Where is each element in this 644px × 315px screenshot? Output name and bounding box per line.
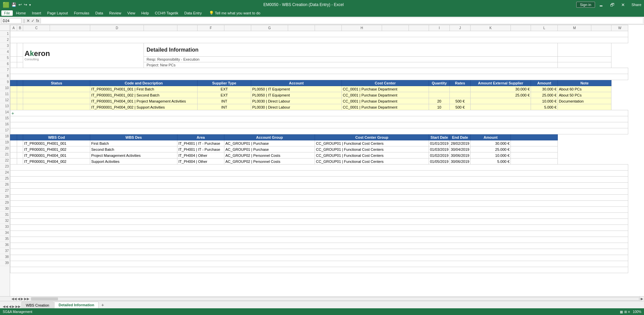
add-sheet-button[interactable]: +: [99, 302, 106, 308]
t1-note-2[interactable]: Documentation: [558, 98, 611, 104]
table2-data-row-3[interactable]: IT_PR00001_PH004_002Support ActivitiesIT…: [10, 159, 628, 165]
t1-cost-center-2[interactable]: CC_0001 | Purchase Department: [342, 98, 429, 104]
t2-end-2[interactable]: [511, 152, 558, 159]
table2-data-row-1[interactable]: IT_PR00001_PH001_002Second BatchIT_PH001…: [10, 146, 628, 152]
t1-amount-2[interactable]: 10.000 €: [531, 98, 558, 104]
t2-amount-2[interactable]: 10.000 €: [471, 152, 511, 159]
cell-a-row11[interactable]: [10, 98, 17, 104]
t2-end-3[interactable]: [511, 159, 558, 165]
t1-status-0[interactable]: [23, 86, 90, 92]
t1-amount-ext-1[interactable]: 25.000 €: [471, 92, 531, 98]
t1-note-3[interactable]: [558, 104, 611, 110]
tab-home[interactable]: Home: [13, 10, 29, 16]
t1-status-3[interactable]: [23, 104, 90, 110]
t1-quantity-2[interactable]: 20: [429, 98, 450, 104]
t2-b-row18[interactable]: [17, 140, 23, 146]
t2-a-row18[interactable]: [10, 140, 17, 146]
insert-function-icon[interactable]: fx: [36, 18, 39, 23]
table-row[interactable]: [10, 31, 628, 37]
t1-cost-center-3[interactable]: CC_0001 | Purchase Department: [342, 104, 429, 110]
t1-account-0[interactable]: PL0050 | IT Equipment: [251, 86, 342, 92]
t1-quantity-1[interactable]: [429, 92, 450, 98]
t2-amount-1[interactable]: 25.000 €: [471, 146, 511, 152]
cell-a-row10[interactable]: [10, 92, 17, 98]
t2-cost-center-group-2[interactable]: CC_GROUP01 | Functional Cost Centers: [315, 152, 429, 159]
table1-data-row-2[interactable]: IT_PR00001_PH004_001 | Project Managemen…: [10, 98, 628, 104]
t2-cost-center-group-0[interactable]: CC_GROUP01 | Functional Cost Centers: [315, 140, 429, 146]
t1-note-0[interactable]: About 60 PCs: [558, 86, 611, 92]
tab-nav-first[interactable]: ◀◀: [3, 305, 8, 308]
restore-button[interactable]: 🗗: [607, 2, 617, 7]
add-row-btn[interactable]: +: [10, 110, 628, 116]
tab-data-entry[interactable]: Data Entry: [181, 10, 204, 16]
t2-account-group-3[interactable]: AC_GROUP02 | Personnel Costs: [224, 159, 315, 165]
t2-a-row19[interactable]: [10, 146, 17, 152]
tab-view[interactable]: View: [125, 10, 138, 16]
t2-b-row21[interactable]: [17, 159, 23, 165]
t2-end-0[interactable]: [511, 140, 558, 146]
t1-rates-2[interactable]: 500 €: [450, 98, 471, 104]
cell-b-row9[interactable]: [17, 86, 23, 92]
t2-area-0[interactable]: IT_PH001 | IT - Purchase: [177, 140, 224, 146]
t2-end-date-0[interactable]: 28/02/2019: [450, 140, 471, 146]
t2-wbs-cod-0[interactable]: IT_PR00001_PH001_001: [23, 140, 90, 146]
grid-area[interactable]: ABCDFGHIJKLMW AkeronConsultingDetailed I…: [10, 25, 644, 296]
t2-cost-center-group-1[interactable]: CC_GROUP01 | Functional Cost Centers: [315, 146, 429, 152]
add-row-button-row[interactable]: +: [10, 110, 628, 116]
table2-data-row-0[interactable]: IT_PR00001_PH001_001First BatchIT_PH001 …: [10, 140, 628, 146]
t1-rates-0[interactable]: [450, 86, 471, 92]
tell-me-text[interactable]: Tell me what you want to do: [215, 11, 260, 15]
t1-note-1[interactable]: About 50 PCs: [558, 92, 611, 98]
t1-code-0[interactable]: IT_PR00001_PH001_001 | First Batch: [90, 86, 198, 92]
save-icon[interactable]: 💾: [11, 2, 16, 7]
t2-account-group-1[interactable]: AC_GROUP01 | Purchase: [224, 146, 315, 152]
tab-page-layout[interactable]: Page Layout: [45, 10, 71, 16]
t1-supplier-0[interactable]: EXT: [198, 86, 251, 92]
t2-start-date-1[interactable]: 01/03/2019: [429, 146, 450, 152]
confirm-formula-icon[interactable]: ✓: [31, 18, 35, 23]
t2-wbs-des-0[interactable]: First Batch: [90, 140, 177, 146]
tab-formulas[interactable]: Formulas: [71, 10, 92, 16]
t1-amount-ext-2[interactable]: [471, 98, 531, 104]
t1-supplier-1[interactable]: EXT: [198, 92, 251, 98]
tab-insert[interactable]: Insert: [29, 10, 44, 16]
formula-input[interactable]: [41, 18, 643, 23]
t1-cost-center-1[interactable]: CC_0001 | Purchase Department: [342, 92, 429, 98]
t1-rates-3[interactable]: 500 €: [450, 104, 471, 110]
cell-b-row11[interactable]: [17, 98, 23, 104]
page-break-icon[interactable]: ≡: [628, 310, 630, 314]
scroll-nav-left[interactable]: ◀◀ ◀ ▶ ▶▶: [11, 297, 30, 301]
t1-code-1[interactable]: IT_PR00001_PH001_002 | Second Batch: [90, 92, 198, 98]
signin-button[interactable]: Sign in: [576, 2, 595, 8]
t1-code-3[interactable]: IT_PR00001_PH004_002 | Support Activitie…: [90, 104, 198, 110]
t2-account-group-0[interactable]: AC_GROUP01 | Purchase: [224, 140, 315, 146]
t2-wbs-des-1[interactable]: Second Batch: [90, 146, 177, 152]
t1-cost-center-0[interactable]: CC_0001 | Purchase Department: [342, 86, 429, 92]
t2-amount-3[interactable]: 5.000 €: [471, 159, 511, 165]
t2-wbs-cod-1[interactable]: IT_PR00001_PH001_002: [23, 146, 90, 152]
t1-status-2[interactable]: [23, 98, 90, 104]
table1-data-row-1[interactable]: IT_PR00001_PH001_002 | Second BatchEXTPL…: [10, 92, 628, 98]
t1-account-1[interactable]: PL0050 | IT Equipment: [251, 92, 342, 98]
t2-area-3[interactable]: IT_PH004 | Other: [177, 159, 224, 165]
t2-b-row20[interactable]: [17, 152, 23, 159]
tab-review[interactable]: Review: [106, 10, 124, 16]
t2-start-date-0[interactable]: 01/01/2019: [429, 140, 450, 146]
t1-account-3[interactable]: PL0030 | Direct Labour: [251, 104, 342, 110]
table1-data-row-3[interactable]: IT_PR00001_PH004_002 | Support Activitie…: [10, 104, 628, 110]
t2-account-group-2[interactable]: AC_GROUP02 | Personnel Costs: [224, 152, 315, 159]
t1-account-2[interactable]: PL0030 | Direct Labour: [251, 98, 342, 104]
t2-b-row19[interactable]: [17, 146, 23, 152]
tab-nav-last[interactable]: ▶▶: [15, 305, 21, 308]
tab-nav-prev[interactable]: ◀: [9, 305, 11, 308]
t2-a-row20[interactable]: [10, 152, 17, 159]
cell-a-row12[interactable]: [10, 104, 17, 110]
cell-reference-box[interactable]: [1, 18, 21, 23]
tab-file[interactable]: File: [1, 10, 13, 16]
t1-quantity-3[interactable]: 10: [429, 104, 450, 110]
minimize-button[interactable]: 🗕: [596, 2, 606, 7]
redo-icon[interactable]: ↪: [24, 2, 27, 7]
t2-area-2[interactable]: IT_PH004 | Other: [177, 152, 224, 159]
tab-help[interactable]: Help: [139, 10, 152, 16]
t2-end-date-1[interactable]: 30/04/2019: [450, 146, 471, 152]
